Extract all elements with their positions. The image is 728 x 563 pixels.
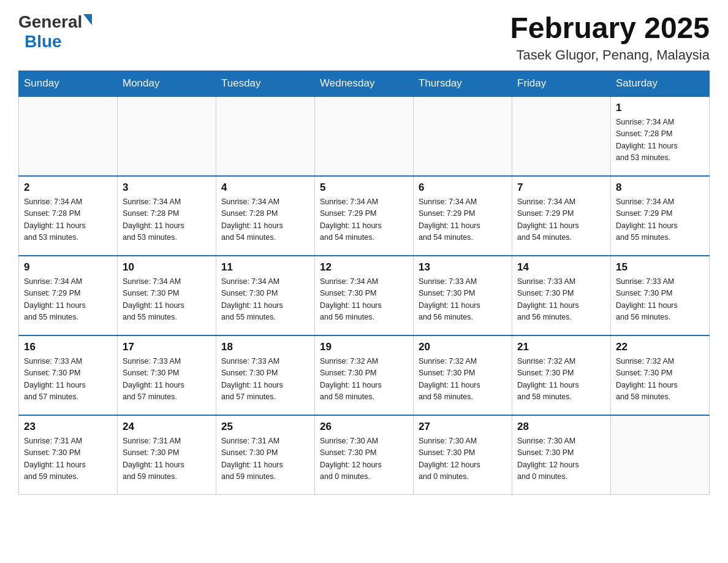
logo-triangle-icon [83,14,92,25]
calendar-cell [512,96,611,176]
calendar-cell: 23Sunrise: 7:31 AMSunset: 7:30 PMDayligh… [19,415,118,495]
calendar-cell: 24Sunrise: 7:31 AMSunset: 7:30 PMDayligh… [118,415,216,495]
day-info: Sunrise: 7:33 AMSunset: 7:30 PMDaylight:… [419,276,507,324]
day-number: 12 [320,261,408,274]
calendar-cell [611,415,710,495]
day-number: 17 [123,341,211,353]
calendar-cell: 28Sunrise: 7:30 AMSunset: 7:30 PMDayligh… [512,415,611,495]
calendar-cell: 16Sunrise: 7:33 AMSunset: 7:30 PMDayligh… [19,335,118,415]
day-number: 21 [517,341,605,353]
day-info: Sunrise: 7:34 AMSunset: 7:29 PMDaylight:… [320,196,408,244]
title-block: February 2025 Tasek Glugor, Penang, Mala… [510,12,710,63]
logo: General Blue [18,12,92,52]
day-number: 7 [517,182,605,194]
weekday-header: Tuesday [216,71,315,96]
day-info: Sunrise: 7:34 AMSunset: 7:28 PMDaylight:… [123,196,211,244]
calendar-cell: 5Sunrise: 7:34 AMSunset: 7:29 PMDaylight… [315,176,414,256]
calendar-cell: 14Sunrise: 7:33 AMSunset: 7:30 PMDayligh… [512,256,611,335]
calendar-cell: 4Sunrise: 7:34 AMSunset: 7:28 PMDaylight… [216,176,315,256]
day-number: 24 [123,421,211,433]
day-info: Sunrise: 7:32 AMSunset: 7:30 PMDaylight:… [320,356,408,404]
calendar-cell: 22Sunrise: 7:32 AMSunset: 7:30 PMDayligh… [611,335,710,415]
day-number: 6 [419,182,507,194]
day-number: 13 [419,261,507,274]
day-number: 18 [221,341,309,353]
day-info: Sunrise: 7:30 AMSunset: 7:30 PMDaylight:… [517,435,605,483]
logo-blue-text: Blue [25,32,92,52]
day-info: Sunrise: 7:31 AMSunset: 7:30 PMDaylight:… [221,435,309,483]
weekday-header: Wednesday [315,71,414,96]
weekday-header: Monday [118,71,216,96]
day-number: 8 [616,182,704,194]
day-info: Sunrise: 7:34 AMSunset: 7:29 PMDaylight:… [24,276,112,324]
calendar-cell: 12Sunrise: 7:34 AMSunset: 7:30 PMDayligh… [315,256,414,335]
day-number: 23 [24,421,112,433]
weekday-header: Sunday [19,71,118,96]
day-info: Sunrise: 7:30 AMSunset: 7:30 PMDaylight:… [419,435,507,483]
day-info: Sunrise: 7:34 AMSunset: 7:30 PMDaylight:… [320,276,408,324]
calendar-header-row: SundayMondayTuesdayWednesdayThursdayFrid… [19,71,710,96]
calendar-cell: 13Sunrise: 7:33 AMSunset: 7:30 PMDayligh… [414,256,512,335]
day-number: 10 [123,261,211,274]
day-info: Sunrise: 7:34 AMSunset: 7:29 PMDaylight:… [419,196,507,244]
calendar-cell [315,96,414,176]
day-number: 1 [616,102,704,114]
calendar-cell [118,96,216,176]
day-info: Sunrise: 7:32 AMSunset: 7:30 PMDaylight:… [517,356,605,404]
day-info: Sunrise: 7:32 AMSunset: 7:30 PMDaylight:… [419,356,507,404]
calendar-cell: 2Sunrise: 7:34 AMSunset: 7:28 PMDaylight… [19,176,118,256]
calendar-cell: 15Sunrise: 7:33 AMSunset: 7:30 PMDayligh… [611,256,710,335]
day-number: 19 [320,341,408,353]
day-info: Sunrise: 7:34 AMSunset: 7:29 PMDaylight:… [616,196,704,244]
day-info: Sunrise: 7:33 AMSunset: 7:30 PMDaylight:… [616,276,704,324]
day-number: 5 [320,182,408,194]
day-number: 3 [123,182,211,194]
page-header: General Blue February 2025 Tasek Glugor,… [18,12,710,63]
calendar-cell: 11Sunrise: 7:34 AMSunset: 7:30 PMDayligh… [216,256,315,335]
calendar-table: SundayMondayTuesdayWednesdayThursdayFrid… [18,71,710,496]
day-number: 2 [24,182,112,194]
day-number: 11 [221,261,309,274]
calendar-cell: 26Sunrise: 7:30 AMSunset: 7:30 PMDayligh… [315,415,414,495]
calendar-cell [216,96,315,176]
calendar-subtitle: Tasek Glugor, Penang, Malaysia [510,47,710,63]
calendar-week-row: 1Sunrise: 7:34 AMSunset: 7:28 PMDaylight… [19,96,710,176]
weekday-header: Saturday [611,71,710,96]
calendar-week-row: 23Sunrise: 7:31 AMSunset: 7:30 PMDayligh… [19,415,710,495]
day-number: 15 [616,261,704,274]
day-info: Sunrise: 7:31 AMSunset: 7:30 PMDaylight:… [24,435,112,483]
day-info: Sunrise: 7:31 AMSunset: 7:30 PMDaylight:… [123,435,211,483]
calendar-cell: 27Sunrise: 7:30 AMSunset: 7:30 PMDayligh… [414,415,512,495]
day-info: Sunrise: 7:34 AMSunset: 7:30 PMDaylight:… [123,276,211,324]
day-info: Sunrise: 7:33 AMSunset: 7:30 PMDaylight:… [517,276,605,324]
day-number: 22 [616,341,704,353]
calendar-cell: 25Sunrise: 7:31 AMSunset: 7:30 PMDayligh… [216,415,315,495]
calendar-cell [19,96,118,176]
day-info: Sunrise: 7:34 AMSunset: 7:28 PMDaylight:… [221,196,309,244]
calendar-cell: 6Sunrise: 7:34 AMSunset: 7:29 PMDaylight… [414,176,512,256]
day-info: Sunrise: 7:33 AMSunset: 7:30 PMDaylight:… [123,356,211,404]
calendar-week-row: 16Sunrise: 7:33 AMSunset: 7:30 PMDayligh… [19,335,710,415]
day-number: 25 [221,421,309,433]
calendar-cell: 8Sunrise: 7:34 AMSunset: 7:29 PMDaylight… [611,176,710,256]
day-info: Sunrise: 7:33 AMSunset: 7:30 PMDaylight:… [24,356,112,404]
calendar-cell: 18Sunrise: 7:33 AMSunset: 7:30 PMDayligh… [216,335,315,415]
calendar-cell [414,96,512,176]
weekday-header: Friday [512,71,611,96]
day-number: 20 [419,341,507,353]
day-number: 27 [419,421,507,433]
calendar-cell: 10Sunrise: 7:34 AMSunset: 7:30 PMDayligh… [118,256,216,335]
day-info: Sunrise: 7:34 AMSunset: 7:28 PMDaylight:… [616,117,704,164]
day-number: 9 [24,261,112,274]
day-number: 16 [24,341,112,353]
day-number: 4 [221,182,309,194]
calendar-title: February 2025 [510,12,710,45]
calendar-cell: 17Sunrise: 7:33 AMSunset: 7:30 PMDayligh… [118,335,216,415]
calendar-cell: 19Sunrise: 7:32 AMSunset: 7:30 PMDayligh… [315,335,414,415]
day-number: 14 [517,261,605,274]
calendar-week-row: 2Sunrise: 7:34 AMSunset: 7:28 PMDaylight… [19,176,710,256]
calendar-cell: 21Sunrise: 7:32 AMSunset: 7:30 PMDayligh… [512,335,611,415]
weekday-header: Thursday [414,71,512,96]
day-info: Sunrise: 7:34 AMSunset: 7:29 PMDaylight:… [517,196,605,244]
logo-general-text: General [18,12,82,32]
